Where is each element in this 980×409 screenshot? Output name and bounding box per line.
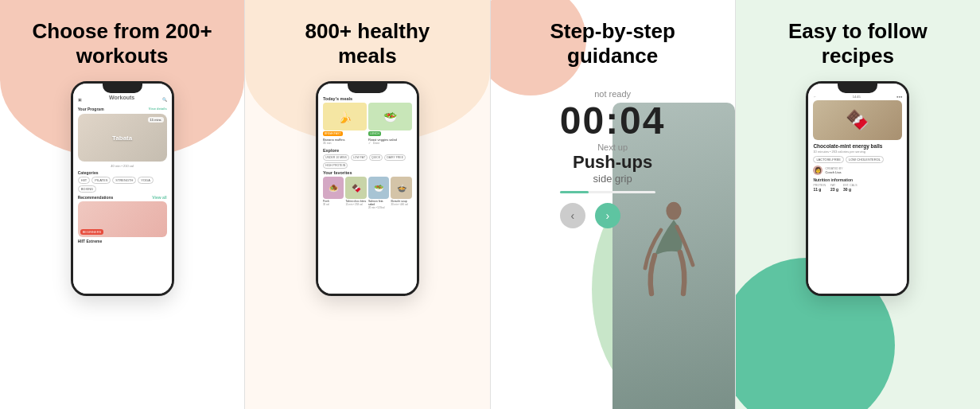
back-icon: ←: [813, 95, 816, 99]
workouts-phone: ▣ Workouts 🔍 Your Program View details T…: [71, 81, 174, 296]
tag-yoga[interactable]: YOGA: [138, 177, 154, 184]
explore-label: Explore: [323, 148, 412, 153]
nutrition-protein: PROTEIN 11 g: [813, 184, 826, 192]
meal1-time: 35 min: [323, 142, 332, 145]
phone1-title: Workouts: [109, 95, 134, 100]
exercise-name: Push-ups: [560, 152, 666, 173]
tag-dairyfree[interactable]: DAIRY FREE: [384, 154, 406, 161]
tag-strength[interactable]: STRENGTH: [112, 177, 136, 184]
recommendations-label: Recommendations: [78, 195, 114, 200]
today-meals-label: Today's meals: [323, 96, 412, 101]
fat-value: 23 g: [830, 187, 838, 192]
workouts-title: Choose from 200+ workouts: [16, 19, 228, 68]
recipes-panel: Easy to followrecipes ← 14:45 ●●● 🍫 Choc…: [735, 0, 980, 409]
meal2-img: 🥗: [368, 103, 412, 130]
creator-details: CREATED BY Coach Lisa: [825, 167, 842, 174]
view-details-link[interactable]: View details: [149, 107, 167, 111]
fav-2: 🍫 Tahini choc bites 15 min • 258 cal: [345, 177, 367, 209]
tag-hiit[interactable]: HIIT: [78, 177, 91, 184]
recipe-name: Chocolate-mint energy balls: [813, 143, 902, 149]
phone-notch-2: [348, 84, 387, 93]
nutrition-label: Nutrition information: [813, 177, 902, 182]
timer-time: 00:04: [560, 99, 666, 142]
fav2-img: 🍫: [345, 177, 367, 199]
recipe-badges: LACTOSE-FREE LOW CHOLESTEROL: [813, 156, 902, 163]
guidance-panel: Step-by-stepguidance not ready 00:04 Nex…: [490, 0, 735, 409]
fav4-img: 🍲: [391, 177, 412, 199]
workouts-panel: Choose from 200+ workouts ▣ Workouts 🔍 Y…: [0, 0, 244, 409]
fav2-meta: 15 min • 258 cal: [345, 203, 367, 206]
categories-label: Categories: [78, 170, 167, 175]
view-all-link[interactable]: View all: [152, 195, 166, 200]
tag-lowfat[interactable]: LOW FAT: [351, 154, 368, 161]
timer-progress-bar: [560, 191, 655, 193]
explore-tags: UNDER 10 MINS LOW FAT QUICK DAIRY FREE H…: [323, 154, 412, 169]
timer-controls: ‹ ›: [560, 203, 666, 228]
rec-name: HIIT Extreme: [78, 239, 167, 243]
program-header: Your Program View details: [78, 107, 167, 111]
timer-box: not ready 00:04 Next up Push-ups side gr…: [560, 89, 666, 228]
signal-icon: ▣: [78, 97, 82, 102]
categories-section: Categories HIIT PILATES STRENGTH YOGA BO…: [78, 170, 167, 193]
workout-meta: 40 min • 210 cal: [78, 164, 167, 168]
meals-phone: Today's meals 🍌 BREAKFAST Banana muffins…: [316, 81, 419, 296]
category-tags: HIIT PILATES STRENGTH YOGA BOXING: [78, 177, 167, 193]
nutrition-row: PROTEIN 11 g FAT 23 g EST. CALS 30 g: [813, 184, 902, 192]
fav-3: 🥗 Salmon feta salad 20 min • 520cal: [368, 177, 390, 209]
nutrition-fat: FAT 23 g: [830, 184, 838, 192]
favorites-label: Your favorites: [323, 170, 412, 175]
meal2-done: ✓: [368, 142, 371, 145]
fav1-meta: 30 cal: [323, 203, 344, 206]
creator-name: Coach Lisa: [825, 170, 842, 174]
phone1-header: ▣ Workouts 🔍: [78, 95, 167, 103]
badge-lactose: LACTOSE-FREE: [813, 156, 844, 163]
tag-quick[interactable]: QUICK: [369, 154, 383, 161]
fav-4: 🍲 Borscht soup 30 min • 446 cal: [391, 177, 412, 209]
creator-section: 👩 CREATED BY Coach Lisa: [813, 166, 902, 175]
protein-value: 11 g: [813, 187, 826, 192]
phone1-screen: ▣ Workouts 🔍 Your Program View details T…: [73, 84, 172, 294]
phone4-screen: ← 14:45 ●●● 🍫 Chocolate-mint energy ball…: [808, 84, 907, 294]
phone2-screen: Today's meals 🍌 BREAKFAST Banana muffins…: [318, 84, 417, 294]
program-label: Your Program: [78, 107, 104, 111]
meal1-meta: 35 min: [323, 142, 367, 145]
cals-value: 30 g: [843, 187, 858, 192]
creator-avatar: 👩: [813, 166, 822, 175]
workout-card: Tabata 15 mins: [78, 114, 167, 162]
clock-display: 14:45: [853, 95, 861, 99]
meal1-badge: BREAKFAST: [323, 131, 343, 136]
tag-boxing[interactable]: BOXING: [78, 185, 97, 193]
meal2-badge: LUNCH: [368, 131, 381, 136]
prev-button[interactable]: ‹: [560, 203, 585, 228]
exercise-grip: side grip: [560, 173, 666, 185]
meal-2: 🥗 LUNCH Roast veggies salad ✓ Done: [368, 103, 412, 145]
guidance-display: not ready 00:04 Next up Push-ups side gr…: [507, 81, 719, 396]
timer-label: not ready: [560, 89, 666, 99]
phone4-header: ← 14:45 ●●●: [813, 95, 902, 99]
meals-grid: 🍌 BREAKFAST Banana muffins 35 min 🥗 LUNC…: [323, 103, 412, 145]
signal-icons: ●●●: [896, 95, 902, 99]
workout-badge: 15 mins: [148, 117, 164, 123]
next-label: Next up: [560, 142, 666, 152]
workout-name: Tabata: [112, 134, 132, 142]
guidance-title: Step-by-stepguidance: [550, 19, 675, 68]
recommendations-header: Recommendations View all: [78, 195, 167, 200]
meal2-status: Done: [373, 142, 379, 145]
fav3-name: Salmon feta salad: [368, 200, 390, 206]
favorites-list: 🧆 Feeh 30 cal 🍫 Tahini choc bites 15 min…: [323, 177, 412, 209]
phone-notch: [103, 84, 142, 93]
rec-card: BEGINNERS: [78, 201, 167, 237]
recipes-phone: ← 14:45 ●●● 🍫 Chocolate-mint energy ball…: [806, 81, 909, 296]
fav1-img: 🧆: [323, 177, 344, 199]
next-button[interactable]: ›: [595, 203, 620, 228]
fav4-meta: 30 min • 446 cal: [391, 203, 412, 206]
tag-pilates[interactable]: PILATES: [91, 177, 111, 184]
recipe-meta: 10 minutes • 263 calories per serving: [813, 150, 902, 154]
meal2-meta: ✓ Done: [368, 142, 412, 145]
tag-under10[interactable]: UNDER 10 MINS: [323, 154, 349, 161]
tag-highprotein[interactable]: HIGH PROTEIN: [323, 162, 348, 169]
fav3-img: 🥗: [368, 177, 390, 199]
timer-progress-fill: [560, 191, 589, 193]
nutrition-cals: EST. CALS 30 g: [843, 184, 858, 192]
fav3-meta: 20 min • 520cal: [368, 206, 390, 209]
